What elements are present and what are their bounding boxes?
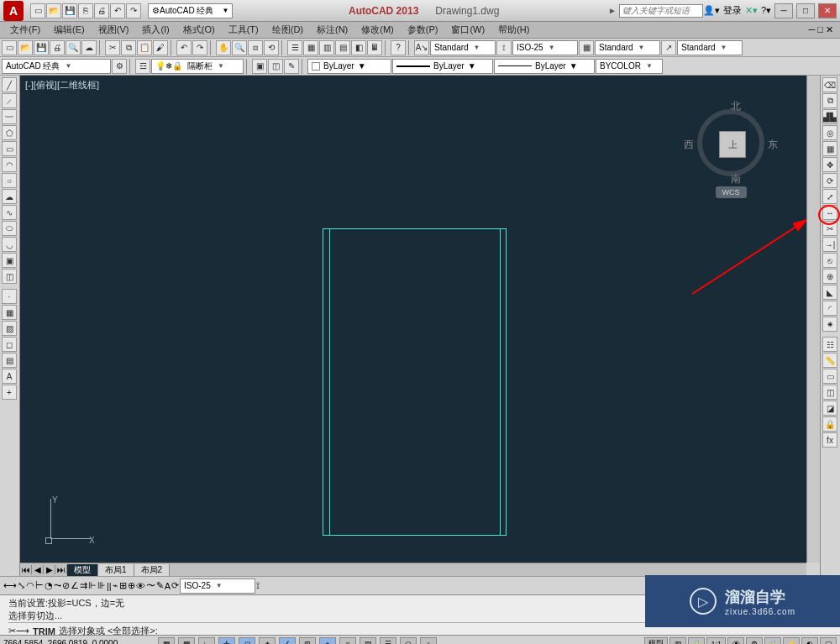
mleader-style-combo[interactable]: Standard▼ [677, 40, 743, 55]
toolpal-icon[interactable]: ▥ [319, 40, 334, 55]
array-icon[interactable]: ▦ [822, 141, 837, 156]
dimlinear-icon[interactable]: ⟷ [3, 580, 17, 591]
erase-icon[interactable]: ⌫ [822, 77, 837, 92]
menu-param[interactable]: 参数(P) [401, 24, 445, 36]
rotate-icon[interactable]: ⟳ [822, 173, 837, 188]
workspace-combo2[interactable]: AutoCAD 经典▼ [2, 59, 111, 74]
matchprop-icon[interactable]: 🖌 [153, 40, 168, 55]
pan-icon[interactable]: ✋ [216, 40, 231, 55]
param-icon[interactable]: fx [822, 432, 837, 448]
move-icon[interactable]: ✥ [822, 157, 837, 172]
otrack-btn[interactable]: ∠ [279, 637, 296, 645]
snap-btn[interactable]: ▦ [158, 637, 175, 645]
inspect-icon[interactable]: 👁 [136, 581, 145, 591]
dyn-btn[interactable]: + [319, 637, 336, 645]
lock-ui-icon[interactable]: 🔒 [764, 637, 781, 645]
hardware-icon[interactable]: ⚡ [783, 637, 800, 645]
exchange-icon[interactable]: ✕▾ [745, 5, 758, 16]
measure-icon[interactable]: 📏 [822, 353, 837, 368]
annovis-icon[interactable]: 👁 [727, 637, 744, 645]
dimcont-icon[interactable]: ⊪ [97, 580, 106, 591]
paste-icon[interactable]: 📋 [137, 40, 152, 55]
textstyle-icon[interactable]: A↘ [414, 40, 429, 55]
preview-icon[interactable]: 🔍 [66, 40, 81, 55]
circle-icon[interactable]: ○ [2, 173, 17, 188]
plotcolor-combo[interactable]: BYCOLOR▼ [596, 59, 663, 74]
user-icon[interactable]: 👤▾ [703, 5, 720, 16]
sheetset-icon[interactable]: ▤ [335, 40, 350, 55]
menu-dim[interactable]: 标注(N) [310, 24, 354, 36]
dimstyle2-icon[interactable]: ⟟ [256, 580, 260, 591]
ducs-btn[interactable]: ⊞ [299, 637, 316, 645]
dimrad-icon[interactable]: ◔ [45, 580, 53, 591]
open-icon[interactable]: 📂 [18, 40, 33, 55]
isolate-icon[interactable]: ◐ [801, 637, 818, 645]
polygon-icon[interactable]: ⬠ [2, 125, 17, 140]
viewport-label[interactable]: [-][俯视][二维线框] [25, 79, 99, 92]
jogline-icon[interactable]: 〜 [146, 579, 155, 592]
tab-model[interactable]: 模型 [67, 564, 98, 576]
menu-draw[interactable]: 绘图(D) [265, 24, 310, 36]
zoomprev-icon[interactable]: ⟲ [264, 40, 279, 55]
ltype-combo[interactable]: ByLayer▼ [392, 59, 493, 74]
explode-icon[interactable]: ✷ [822, 317, 837, 332]
table-style-combo[interactable]: Standard▼ [595, 40, 660, 55]
color-combo[interactable]: ByLayer▼ [307, 59, 391, 74]
am-btn[interactable]: ♀ [420, 637, 437, 645]
qdim-icon[interactable]: ⇉ [80, 580, 87, 591]
center-icon[interactable]: ⊕ [128, 580, 135, 591]
make-icon[interactable]: ◫ [268, 59, 283, 74]
dimarc-icon[interactable]: ◠ [26, 580, 34, 591]
close-button[interactable]: ✕ [818, 3, 837, 18]
menu-modify[interactable]: 修改(M) [354, 24, 401, 36]
search-input[interactable] [619, 4, 703, 18]
dimedit-icon[interactable]: ✎ [156, 580, 164, 591]
dimaligned-icon[interactable]: ⤡ [18, 580, 25, 591]
viewcube-face[interactable]: 上 [719, 131, 746, 158]
workspace-combo[interactable]: ⚙AutoCAD 经典▼ [148, 3, 233, 18]
table-icon[interactable]: ▤ [2, 353, 17, 368]
calc-icon[interactable]: 🖩 [367, 40, 382, 55]
3dosnap-btn[interactable]: ◈ [259, 637, 276, 645]
dimjog-icon[interactable]: ⤳ [54, 580, 61, 591]
ellipsearc-icon[interactable]: ◡ [2, 237, 17, 252]
zoomwin-icon[interactable]: ⧈ [248, 40, 263, 55]
save-icon[interactable]: 💾 [34, 40, 49, 55]
mleader-icon[interactable]: ↗ [661, 40, 676, 55]
zoom-icon[interactable]: 🔍 [232, 40, 247, 55]
dimdia-icon[interactable]: ⊘ [62, 580, 70, 591]
menu-help[interactable]: 帮助(H) [491, 24, 536, 36]
line-icon[interactable]: ╱ [2, 77, 17, 92]
undo-icon[interactable]: ↶ [110, 3, 125, 18]
menu-edit[interactable]: 编辑(E) [47, 24, 92, 36]
menu-tools[interactable]: 工具(T) [222, 24, 265, 36]
dcenter-icon[interactable]: ▦ [303, 40, 318, 55]
ellipse-icon[interactable]: ⬭ [2, 221, 17, 236]
clean-icon[interactable]: ▢ [820, 637, 837, 645]
annoscale-icon[interactable]: 🔒 [688, 637, 705, 645]
break-icon[interactable]: ⎋ [822, 253, 837, 268]
new-icon[interactable]: ▭ [30, 3, 45, 18]
undo-icon[interactable]: ↶ [176, 40, 192, 55]
tpy-btn[interactable]: ▤ [360, 637, 376, 645]
publish-icon[interactable]: ☁ [81, 40, 97, 55]
menu-view[interactable]: 视图(V) [92, 24, 136, 36]
mirror-icon[interactable]: ▟▙ [822, 109, 837, 124]
select-icon[interactable]: ▭ [822, 369, 837, 384]
hatch-icon[interactable]: ▦ [2, 305, 17, 320]
menu-format[interactable]: 格式(O) [176, 24, 222, 36]
qp-btn[interactable]: ☰ [380, 637, 396, 645]
dimang-icon[interactable]: ∠ [71, 580, 79, 591]
tolerance-icon[interactable]: ⊞ [119, 580, 127, 591]
scale-combo[interactable]: 1:1 [706, 637, 726, 645]
menu-insert[interactable]: 插入(I) [135, 24, 176, 36]
layer-combo[interactable]: 💡❄🔒隔断柜▼ [151, 59, 244, 74]
tab-first-icon[interactable]: ⏮ [20, 565, 32, 574]
point-icon[interactable]: · [2, 289, 17, 304]
sc-btn[interactable]: ◶ [400, 637, 417, 645]
props-icon[interactable]: ☰ [287, 40, 302, 55]
insertblk-icon[interactable]: ▣ [2, 253, 17, 268]
markup-icon[interactable]: ◧ [351, 40, 366, 55]
dimord-icon[interactable]: ⊢ [35, 580, 44, 591]
layer-props-icon[interactable]: ☲ [135, 59, 150, 74]
